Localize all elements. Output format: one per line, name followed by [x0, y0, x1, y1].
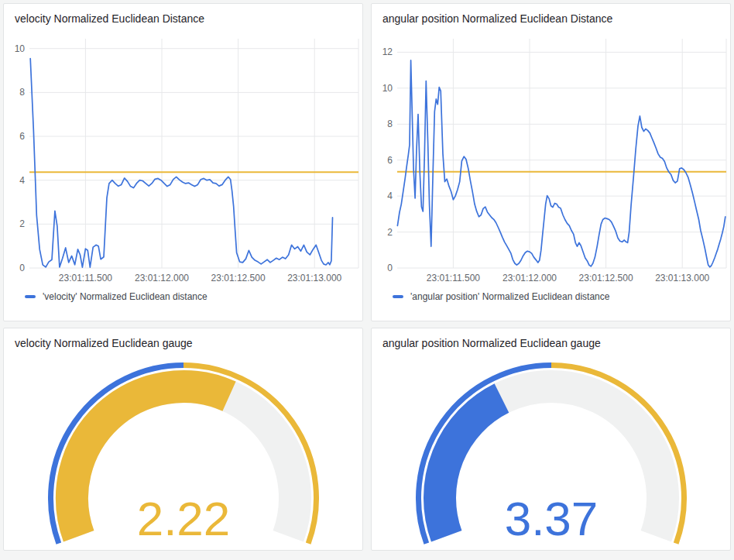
panel-title[interactable]: velocity Normalized Euclidean gauge [4, 328, 362, 352]
y-axis-tick: 6 [387, 155, 393, 166]
x-axis-tick: 23:01:12.500 [211, 273, 266, 283]
gauge-fill [439, 398, 501, 536]
y-axis-tick: 8 [19, 87, 25, 98]
x-axis-tick: 23:01:12.500 [579, 273, 633, 283]
dashboard: velocity Normalized Euclidean Distance 0… [0, 0, 734, 554]
gauge-value: 2.22 [136, 492, 230, 545]
angular-gauge: 3.37 [372, 352, 730, 550]
x-axis-tick: 23:01:11.500 [427, 273, 481, 283]
panel-title[interactable]: angular position Normalized Euclidean ga… [372, 328, 730, 352]
panel-angular-gauge: angular position Normalized Euclidean ga… [371, 328, 731, 551]
panel-angular-distance: angular position Normalized Euclidean Di… [371, 3, 731, 321]
angular-gauge-dial: 3.37 [373, 354, 729, 549]
panel-velocity-gauge: velocity Normalized Euclidean gauge 2.22 [3, 328, 363, 551]
legend-label[interactable]: 'angular position' Normalized Euclidean … [410, 291, 609, 302]
y-axis-tick: 2 [387, 227, 393, 238]
y-axis-tick: 0 [19, 263, 25, 273]
panel-velocity-distance: velocity Normalized Euclidean Distance 0… [3, 3, 363, 321]
panel-title[interactable]: velocity Normalized Euclidean Distance [4, 4, 362, 28]
y-axis-tick: 4 [19, 175, 25, 186]
x-axis-tick: 23:01:13.000 [287, 273, 341, 283]
y-axis-tick: 4 [387, 191, 393, 201]
x-axis-tick: 23:01:13.000 [655, 273, 709, 283]
y-axis-tick: 6 [19, 131, 25, 142]
legend: 'angular position' Normalized Euclidean … [372, 287, 730, 308]
series-line [30, 59, 332, 268]
velocity-gauge: 2.22 [4, 352, 362, 550]
y-axis-tick: 8 [387, 119, 393, 129]
y-axis-tick: 10 [15, 43, 26, 54]
x-axis-tick: 23:01:12.000 [502, 273, 557, 283]
velocity-gauge-dial: 2.22 [5, 354, 362, 549]
legend-dash-icon [25, 295, 36, 298]
x-axis-tick: 23:01:12.000 [135, 273, 189, 283]
legend-label[interactable]: 'velocity' Normalized Euclidean distance [43, 291, 208, 302]
panel-title[interactable]: angular position Normalized Euclidean Di… [372, 4, 730, 28]
y-axis-tick: 10 [382, 83, 393, 94]
velocity-distance-chart[interactable]: 024681023:01:11.50023:01:12.00023:01:12.… [5, 34, 362, 287]
legend-dash-icon [393, 295, 403, 298]
y-axis-tick: 0 [387, 263, 393, 273]
y-axis-tick: 12 [382, 46, 393, 57]
y-axis-tick: 2 [19, 218, 25, 229]
angular-distance-chart[interactable]: 02468101223:01:11.50023:01:12.00023:01:1… [373, 34, 729, 287]
x-axis-tick: 23:01:11.500 [59, 273, 113, 283]
series-line [397, 60, 725, 267]
gauge-value: 3.37 [504, 492, 598, 545]
legend: 'velocity' Normalized Euclidean distance [4, 287, 362, 308]
